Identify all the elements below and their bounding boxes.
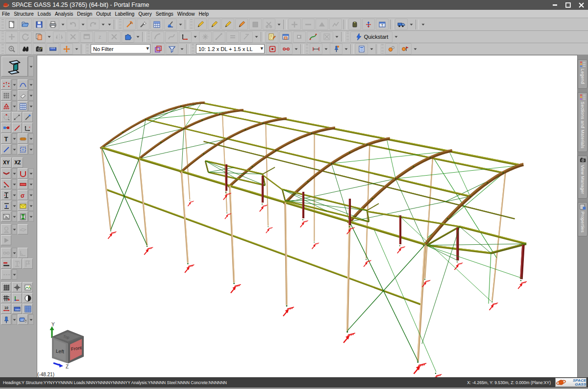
svg-text:T: T	[381, 24, 384, 27]
svg-text:z: z	[98, 34, 101, 40]
svg-text:10: 10	[4, 306, 8, 310]
svg-text:σ: σ	[21, 192, 24, 199]
svg-text:Left: Left	[56, 348, 65, 354]
svg-text:(-48.21): (-48.21)	[37, 372, 54, 377]
svg-text:x: x	[29, 126, 30, 129]
svg-text:1: 1	[19, 261, 21, 264]
svg-text:Z: Z	[66, 364, 69, 369]
svg-text:123: 123	[20, 318, 24, 321]
svg-text:mm: mm	[15, 308, 20, 311]
svg-text:T: T	[4, 135, 8, 143]
